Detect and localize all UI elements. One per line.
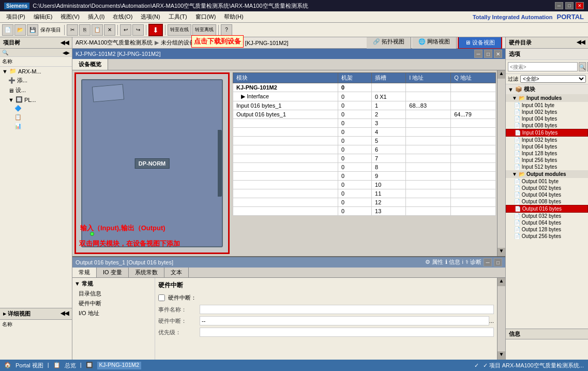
device-max-btn[interactable]: □ — [484, 50, 492, 58]
table-row[interactable]: 0 8 — [233, 163, 496, 172]
cut-button[interactable]: ✂ — [67, 24, 78, 36]
priority-input[interactable] — [200, 328, 494, 337]
download-button[interactable]: ⬇ — [148, 24, 163, 36]
catalog-item[interactable]: 📄 Input 064 bytes — [506, 143, 588, 150]
catalog-item[interactable]: 📄 Output 256 bytes — [506, 233, 588, 240]
catalog-item[interactable]: 📄 Input 001 byte — [506, 102, 588, 109]
table-row[interactable]: 0 9 — [233, 172, 496, 181]
properties-icon1[interactable]: ⚙ 属性 — [425, 258, 443, 266]
catalog-item[interactable]: 📄 Output 002 bytes — [506, 185, 588, 191]
event-name-input[interactable] — [200, 305, 494, 314]
menu-insert[interactable]: 插入(I) — [84, 12, 109, 22]
tab-device[interactable]: 🖥 设备视图 — [458, 37, 502, 49]
menu-online[interactable]: 在线(O) — [109, 12, 137, 22]
prop-catalog-info[interactable]: 目录信息 — [74, 289, 153, 299]
catalog-item[interactable]: 📄 Input 008 bytes — [506, 122, 588, 129]
catalog-item[interactable]: 📄 Output 004 bytes — [506, 191, 588, 198]
props-scrollbar[interactable]: ▲ ▼ — [497, 278, 505, 360]
props-scroll-down[interactable]: ▼ — [497, 351, 505, 360]
menu-project[interactable]: 项目(P) — [2, 12, 29, 22]
catalog-item[interactable]: 📄 Input 128 bytes — [506, 150, 588, 157]
prop-max-btn[interactable]: □ — [494, 258, 502, 266]
properties-icon3[interactable]: ⚕ 诊断 — [465, 258, 481, 266]
redo-button[interactable]: ↪ — [132, 24, 144, 36]
device-min-btn[interactable]: ─ — [474, 50, 483, 58]
tab-general[interactable]: 常规 — [72, 268, 97, 277]
tree-item-plc[interactable]: ▼ 🔲 PL... — [0, 95, 72, 104]
tab-network[interactable]: 🌐 网络视图 — [412, 37, 457, 49]
prop-hw-interrupt[interactable]: 硬件中断 — [74, 299, 153, 308]
tree-item-plc-sub2[interactable]: 📋 — [0, 113, 72, 122]
interrupt-input[interactable] — [200, 316, 489, 325]
save-project-label[interactable]: 保存项目 — [39, 26, 62, 34]
restore-button[interactable]: □ — [565, 2, 574, 9]
hw-interrupt-checkbox[interactable] — [158, 294, 165, 301]
help-button[interactable]: ? — [221, 24, 232, 36]
menu-window[interactable]: 窗口(W) — [191, 12, 220, 22]
table-row[interactable]: KJ-PNG-101M2 0 — [233, 83, 496, 92]
catalog-item[interactable]: 📄 Input 004 bytes — [506, 115, 588, 122]
catalog-item[interactable]: 📄 Output 001 byte — [506, 178, 588, 185]
scroll-track[interactable] — [497, 79, 505, 248]
catalog-item[interactable]: 📄 Input 002 bytes — [506, 109, 588, 115]
catalog-icon1[interactable]: ◀◀ — [577, 39, 585, 47]
tree-item-add[interactable]: ➕ 添... — [0, 76, 72, 85]
catalog-item[interactable]: 📄 Input 016 bytes — [506, 129, 588, 137]
scroll-down[interactable]: ▼ — [497, 248, 505, 256]
tree-item-plc-sub1[interactable]: 🔷 — [0, 104, 72, 113]
detail-collapse[interactable]: ◀◀ — [61, 310, 69, 318]
tree-item-device[interactable]: 🖥 设... — [0, 85, 72, 95]
menu-view[interactable]: 视图(V) — [56, 12, 84, 22]
status-portal-label[interactable]: Portal 视图 — [16, 362, 43, 369]
status-device-label[interactable]: KJ-PNG-101M2 — [97, 362, 142, 369]
catalog-subsection[interactable]: ▼📂Input modules — [506, 94, 588, 102]
catalog-subsection[interactable]: ▼📂Output modules — [506, 170, 588, 178]
catalog-item[interactable]: 📄 Output 064 bytes — [506, 219, 588, 226]
catalog-item[interactable]: 📄 Output 128 bytes — [506, 226, 588, 233]
delete-button[interactable]: ✕ — [104, 24, 115, 36]
tree-item-root[interactable]: ▼ 📁 ARX-M... — [0, 67, 72, 76]
prop-min-btn[interactable]: ─ — [484, 258, 492, 266]
table-row[interactable]: 0 6 — [233, 145, 496, 154]
menu-options[interactable]: 选项(N) — [137, 12, 164, 22]
copy-button[interactable]: ⎘ — [79, 24, 91, 36]
table-row[interactable]: 0 12 — [233, 198, 496, 207]
catalog-section[interactable]: ▼📦模块 — [506, 84, 588, 94]
minimize-button[interactable]: ─ — [555, 2, 563, 9]
table-row[interactable]: 0 13 — [233, 207, 496, 216]
catalog-item[interactable]: 📄 Input 512 bytes — [506, 164, 588, 170]
catalog-item[interactable]: 📄 Input 256 bytes — [506, 157, 588, 164]
filter-select[interactable]: <全部> — [520, 75, 586, 83]
catalog-item[interactable]: 📄 Output 032 bytes — [506, 213, 588, 219]
project-tree-collapse[interactable]: ◀◀ — [61, 39, 69, 46]
table-row[interactable]: 0 7 — [233, 154, 496, 163]
go-online-button[interactable]: 转至在线 — [168, 24, 191, 36]
tab-io-vars[interactable]: IO 变量 — [97, 268, 129, 277]
table-row[interactable]: Input 016 bytes_1 0 1 68...83 — [233, 101, 496, 110]
catalog-search-button[interactable]: 🔍 — [579, 62, 586, 71]
device-close-btn[interactable]: ✕ — [494, 50, 502, 58]
new-button[interactable]: 📄 — [2, 24, 13, 36]
catalog-item[interactable]: 📄 Output 016 bytes — [506, 205, 588, 213]
breadcrumb-item-3[interactable]: KJ-PNG-101M2 [KJ-PNG-101M2] — [203, 40, 288, 46]
table-row[interactable]: 0 4 — [233, 128, 496, 137]
paste-button[interactable]: 📋 — [92, 24, 103, 36]
hw-table-scrollbar[interactable]: ▲ ▼ — [497, 70, 505, 256]
go-offline-button[interactable]: 转至离线 — [192, 24, 216, 36]
status-overview-label[interactable]: 总览 — [65, 362, 76, 369]
tab-device-overview[interactable]: 设备概览 — [72, 59, 108, 70]
props-scroll-up[interactable]: ▲ — [497, 278, 505, 286]
breadcrumb-item-1[interactable]: ARX-MA100空气质量检测系统 — [76, 39, 153, 47]
table-row[interactable]: ▶ Interface 0 0 X1 — [233, 92, 496, 101]
tree-item-plc-sub3[interactable]: 📊 — [0, 122, 72, 130]
table-row[interactable]: 0 3 — [233, 119, 496, 128]
catalog-item[interactable]: 📄 Output 008 bytes — [506, 198, 588, 205]
save-button[interactable]: 💾 — [27, 24, 38, 36]
prop-io-addr[interactable]: I/O 地址 — [74, 308, 153, 318]
properties-icon2[interactable]: ℹ 信息 i — [445, 258, 463, 266]
table-row[interactable]: 0 5 — [233, 137, 496, 145]
props-scroll-track[interactable] — [497, 286, 505, 351]
menu-tools[interactable]: 工具(T) — [164, 12, 191, 22]
table-row[interactable]: 0 11 — [233, 189, 496, 198]
breadcrumb-item-2[interactable]: 未分组的设备 — [161, 39, 195, 47]
